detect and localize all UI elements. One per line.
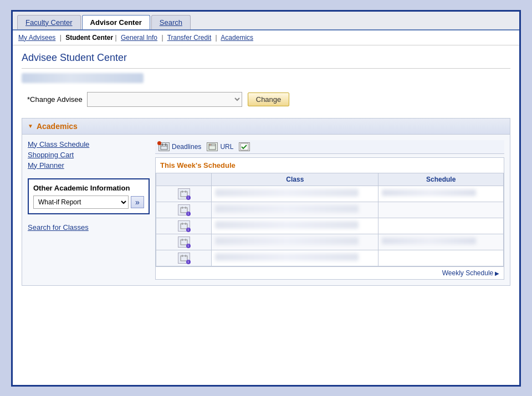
subnav-student-center: Student Center bbox=[65, 34, 113, 42]
svg-rect-15 bbox=[181, 224, 187, 229]
class-cell bbox=[212, 234, 378, 250]
deadlines-icon bbox=[158, 142, 170, 151]
shopping-cart-link[interactable]: Shopping Cart bbox=[28, 151, 150, 159]
svg-rect-21 bbox=[181, 256, 187, 261]
url-label: URL bbox=[220, 143, 233, 151]
col-class-header: Class bbox=[212, 173, 378, 186]
page-title: Advisee Student Center bbox=[22, 52, 510, 69]
class-cell bbox=[212, 250, 378, 266]
toolbar-check[interactable] bbox=[239, 142, 250, 151]
sched-cell bbox=[378, 186, 504, 202]
row-icon-cell: i bbox=[156, 234, 212, 250]
academics-section: ▼ Academics My Class Schedule Shopping C… bbox=[22, 118, 510, 286]
row-action-icon[interactable]: i bbox=[178, 188, 190, 199]
class-cell bbox=[212, 218, 378, 234]
class-cell bbox=[212, 202, 378, 218]
check-icon bbox=[239, 142, 250, 151]
change-advisee-label: *Change Advisee bbox=[27, 95, 83, 104]
toolbar-row: Deadlines URL bbox=[155, 140, 504, 154]
subnav-academics[interactable]: Academics bbox=[221, 34, 253, 42]
table-row: i bbox=[156, 218, 504, 234]
row-action-icon[interactable]: i bbox=[178, 220, 190, 232]
row-action-icon[interactable]: i bbox=[178, 204, 190, 215]
academics-header: ▼ Academics bbox=[22, 119, 510, 135]
sched-cell bbox=[378, 202, 504, 218]
col-schedule-header: Schedule bbox=[378, 173, 504, 186]
search-classes-link[interactable]: Search for Classes bbox=[28, 223, 150, 232]
row-icon-cell: i bbox=[156, 202, 212, 218]
change-button[interactable]: Change bbox=[248, 92, 290, 106]
other-academic-label: Other Academic Information bbox=[33, 184, 144, 192]
other-academic-select[interactable]: What-if Report Advisee Transcript Course… bbox=[33, 196, 129, 209]
sub-nav: My Advisees | Student Center | General I… bbox=[13, 30, 519, 45]
right-col: Deadlines URL bbox=[155, 140, 504, 280]
other-academic-box: Other Academic Information What-if Repor… bbox=[28, 178, 150, 214]
svg-point-6 bbox=[210, 144, 211, 145]
svg-point-7 bbox=[211, 144, 212, 145]
sep1: | bbox=[60, 34, 62, 42]
my-class-schedule-link[interactable]: My Class Schedule bbox=[28, 140, 150, 148]
schedule-table-wrapper: This Week's Schedule Class Schedule bbox=[155, 157, 504, 280]
collapse-icon[interactable]: ▼ bbox=[28, 123, 33, 129]
table-row: i bbox=[156, 250, 504, 266]
advisee-name-blurred bbox=[22, 73, 144, 83]
go-button[interactable]: » bbox=[131, 196, 144, 208]
svg-rect-18 bbox=[181, 240, 187, 245]
subnav-transfer-credit[interactable]: Transfer Credit bbox=[167, 34, 212, 42]
sched-cell bbox=[378, 250, 504, 266]
sched-cell bbox=[378, 218, 504, 234]
subnav-my-advisees[interactable]: My Advisees bbox=[18, 34, 55, 42]
academics-body: My Class Schedule Shopping Cart My Plann… bbox=[22, 135, 510, 285]
row-icon-cell: i bbox=[156, 186, 212, 202]
svg-rect-0 bbox=[161, 145, 167, 150]
page-content: Advisee Student Center *Change Advisee C… bbox=[13, 45, 519, 292]
sep4: | bbox=[216, 34, 217, 42]
left-col: My Class Schedule Shopping Cart My Plann… bbox=[28, 140, 150, 280]
sched-cell bbox=[378, 234, 504, 250]
row-action-icon[interactable]: i bbox=[178, 236, 190, 248]
row-action-icon[interactable]: i bbox=[178, 253, 190, 264]
tab-bar: Faculty Center Advisor Center Search bbox=[13, 12, 519, 30]
other-academic-select-row: What-if Report Advisee Transcript Course… bbox=[33, 196, 144, 209]
sep2: | bbox=[115, 34, 117, 42]
weekly-schedule-link-row: Weekly Schedule bbox=[156, 266, 504, 279]
schedule-title: This Week's Schedule bbox=[156, 158, 504, 173]
class-cell bbox=[212, 186, 378, 202]
toolbar-url[interactable]: URL bbox=[207, 142, 233, 151]
subnav-general-info[interactable]: General Info bbox=[121, 34, 157, 42]
toolbar-deadlines[interactable]: Deadlines bbox=[158, 142, 201, 151]
table-row: i bbox=[156, 202, 504, 218]
tab-faculty-center[interactable]: Faculty Center bbox=[17, 15, 81, 29]
main-container: Faculty Center Advisor Center Search My … bbox=[11, 10, 521, 387]
tab-search[interactable]: Search bbox=[151, 15, 191, 29]
academics-title: Academics bbox=[37, 122, 78, 131]
table-row: i bbox=[156, 186, 504, 202]
sep3: | bbox=[161, 34, 163, 42]
row-icon-cell: i bbox=[156, 250, 212, 266]
change-advisee-row: *Change Advisee Change bbox=[22, 92, 510, 107]
row-icon-cell: i bbox=[156, 218, 212, 234]
table-row: i bbox=[156, 234, 504, 250]
svg-rect-9 bbox=[181, 192, 187, 197]
schedule-table: Class Schedule i bbox=[156, 173, 504, 266]
my-planner-link[interactable]: My Planner bbox=[28, 161, 150, 169]
change-advisee-select[interactable] bbox=[87, 92, 242, 107]
weekly-schedule-link[interactable]: Weekly Schedule bbox=[442, 269, 499, 277]
tab-advisor-center[interactable]: Advisor Center bbox=[82, 15, 150, 29]
svg-rect-12 bbox=[181, 208, 187, 213]
deadlines-label: Deadlines bbox=[172, 143, 201, 151]
url-icon bbox=[207, 142, 218, 151]
col-icon-header bbox=[156, 173, 212, 186]
